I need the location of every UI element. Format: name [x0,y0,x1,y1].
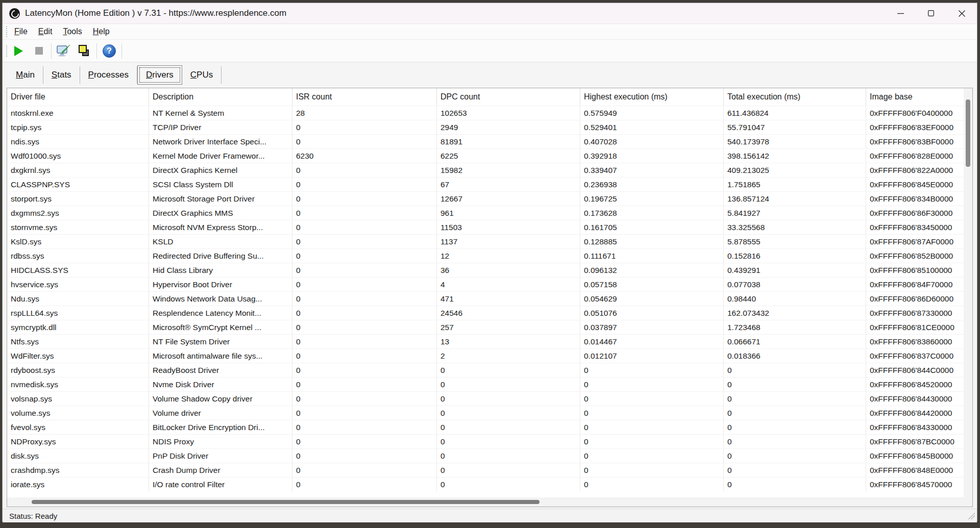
cell-isr: 0 [292,320,437,334]
copy-button[interactable] [74,42,94,60]
cell-isr: 0 [292,335,437,348]
cell-base: 0xFFFFF806'84520000 [866,378,972,391]
tab-main[interactable]: Main [8,66,43,84]
stop-monitor-button[interactable] [29,42,49,60]
close-button[interactable] [946,3,977,23]
cell-total: 0 [724,378,866,391]
cell-highest: 0.057158 [580,278,724,291]
cell-desc: NT Kernel & System [149,106,292,120]
cell-dpc: 67 [437,178,580,191]
table-row[interactable]: volsnap.sysVolume Shadow Copy driver0000… [7,391,972,406]
table-row[interactable]: crashdmp.sysCrash Dump Driver00000xFFFFF… [7,463,972,477]
table-row[interactable]: CLASSPNP.SYSSCSI Class System Dll0670.23… [7,177,972,191]
column-header-highest-execution[interactable]: Highest execution (ms) [580,88,724,106]
vertical-scrollbar[interactable] [964,88,972,507]
cell-file: symcryptk.dll [7,320,149,334]
cell-base: 0xFFFFF806'87BC0000 [866,435,972,448]
table-row[interactable]: tcpip.sysTCP/IP Driver029490.52940155.79… [7,120,972,134]
cell-dpc: 0 [437,378,580,391]
table-row[interactable]: dxgkrnl.sysDirectX Graphics Kernel015982… [7,163,972,177]
table-row[interactable]: Ntfs.sysNT File System Driver0130.014467… [7,334,972,348]
report-button[interactable] [54,42,74,60]
table-row[interactable]: iorate.sysI/O rate control Filter00000xF… [7,477,972,491]
table-row[interactable]: hvservice.sysHypervisor Boot Driver040.0… [7,277,972,291]
table-row[interactable]: HIDCLASS.SYSHid Class Library0360.096132… [7,263,972,277]
vertical-scrollbar-thumb[interactable] [966,99,970,167]
table-row[interactable]: disk.sysPnP Disk Driver00000xFFFFF806'84… [7,448,972,463]
cell-total: 0 [724,363,866,377]
table-row[interactable]: KslD.sysKSLD011370.1288855.8785550xFFFFF… [7,234,972,248]
table-row[interactable]: ndis.sysNetwork Driver Interface Speci..… [7,134,972,148]
cell-desc: I/O rate control Filter [149,477,292,491]
cell-file: tcpip.sys [7,120,149,134]
window-controls [885,3,977,23]
cell-file: volsnap.sys [7,392,149,406]
menu-file[interactable]: File [10,25,32,38]
column-header-driver-file[interactable]: Driver file [7,88,149,106]
cell-base: 0xFFFFF806'822A0000 [866,163,972,177]
resize-grip[interactable] [968,512,975,519]
table-row[interactable]: symcryptk.dllMicrosoft® SymCrypt Kernel … [7,320,972,334]
tab-drivers[interactable]: Drivers [137,65,182,85]
cell-desc: Windows Network Data Usag... [149,292,292,306]
tab-cpus[interactable]: CPUs [182,66,222,84]
column-header-isr-count[interactable]: ISR count [292,88,437,106]
table-row[interactable]: volume.sysVolume driver00000xFFFFF806'84… [7,406,972,420]
column-header-image-base[interactable]: Image base [866,88,972,106]
cell-isr: 0 [292,135,437,148]
menu-help[interactable]: Help [88,25,114,38]
horizontal-scrollbar[interactable] [7,497,964,507]
cell-dpc: 4 [437,278,580,291]
cell-highest: 0.236938 [580,178,724,191]
cell-desc: Hypervisor Boot Driver [149,278,292,291]
table-row[interactable]: ntoskrnl.exeNT Kernel & System281026530.… [7,106,972,120]
table-row[interactable]: rdbss.sysRedirected Drive Buffering Su..… [7,248,972,263]
table-row[interactable]: stornvme.sysMicrosoft NVM Express Storp.… [7,220,972,234]
stop-icon [35,47,43,55]
table-row[interactable]: fvevol.sysBitLocker Drive Encryption Dri… [7,420,972,434]
help-button[interactable]: ? [99,42,119,60]
cell-total: 0 [724,435,866,448]
tab-stats[interactable]: Stats [43,66,80,84]
table-row[interactable]: nvmedisk.sysNvme Disk Driver00000xFFFFF8… [7,377,972,391]
cell-base: 0xFFFFF806'83860000 [866,335,972,348]
table-row[interactable]: WdFilter.sysMicrosoft antimalware file s… [7,348,972,363]
cell-dpc: 36 [437,263,580,277]
tab-strip: Main Stats Processes Drivers CPUs [3,62,977,88]
column-header-description[interactable]: Description [149,88,292,106]
cell-dpc: 12667 [437,192,580,206]
table-row[interactable]: dxgmms2.sysDirectX Graphics MMS09610.173… [7,206,972,220]
menu-edit[interactable]: Edit [34,25,57,38]
cell-base: 0xFFFFF806'852B0000 [866,249,972,263]
column-header-total-execution[interactable]: Total execution (ms) [724,88,866,106]
cell-highest: 0.392918 [580,149,724,163]
minimize-button[interactable] [885,3,916,23]
cell-highest: 0.529401 [580,120,724,134]
start-monitor-button[interactable] [8,42,29,60]
window-title: LatencyMon (Home Edition ) v 7.31 - http… [25,8,286,18]
maximize-button[interactable] [916,3,946,23]
table-row[interactable]: storport.sysMicrosoft Storage Port Drive… [7,191,972,206]
table-row[interactable]: NDProxy.sysNDIS Proxy00000xFFFFF806'87BC… [7,434,972,448]
table-row[interactable]: Ndu.sysWindows Network Data Usag...04710… [7,291,972,306]
table-row[interactable]: Wdf01000.sysKernel Mode Driver Framewor.… [7,148,972,163]
cell-highest: 0 [580,363,724,377]
cell-desc: Volume Shadow Copy driver [149,392,292,406]
cell-base: 0xFFFFF806'83450000 [866,220,972,234]
tab-processes[interactable]: Processes [80,66,137,84]
column-header-dpc-count[interactable]: DPC count [437,88,580,106]
cell-highest: 0.037897 [580,320,724,334]
table-row[interactable]: rspLLL64.sysResplendence Latency Monit..… [7,306,972,320]
menu-tools[interactable]: Tools [58,25,86,38]
cell-file: Ndu.sys [7,292,149,306]
cell-dpc: 81891 [437,135,580,148]
help-icon: ? [103,44,116,58]
cell-total: 1.751865 [724,178,866,191]
table-row[interactable]: rdyboost.sysReadyBoost Driver00000xFFFFF… [7,363,972,377]
horizontal-scrollbar-thumb[interactable] [32,500,540,504]
app-icon [9,8,20,19]
cell-isr: 0 [292,306,437,320]
cell-desc: Kernel Mode Driver Framewor... [149,149,292,163]
cell-highest: 0.407028 [580,135,724,148]
cell-highest: 0 [580,378,724,391]
